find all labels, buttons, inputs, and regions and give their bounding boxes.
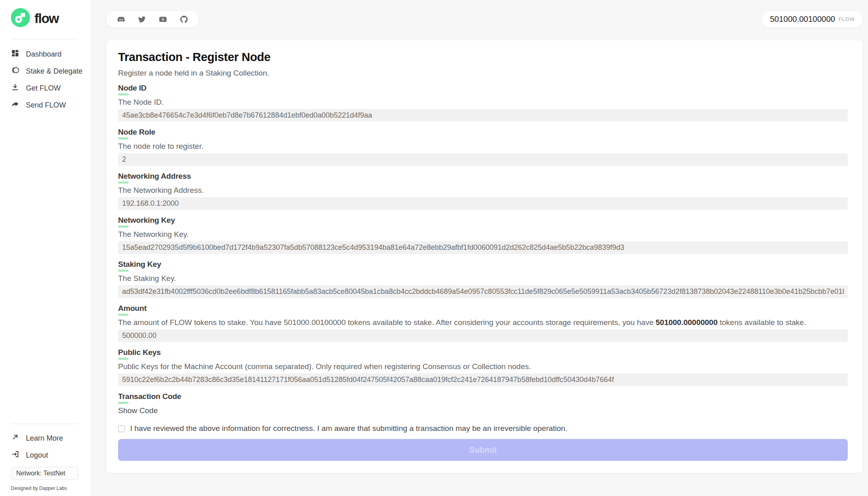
divider [11, 424, 78, 424]
page-subtitle: Register a node held in a Staking Collec… [118, 69, 848, 78]
divider [11, 39, 78, 39]
sidebar-item-stake-delegate[interactable]: Stake & Delegate [0, 63, 91, 80]
download-icon [11, 83, 19, 93]
amount-description-post: tokens available to stake. [718, 318, 806, 327]
field-description: The amount of FLOW tokens to stake. You … [118, 318, 848, 327]
sidebar-item-send-flow[interactable]: Send FLOW [0, 97, 91, 114]
amount-description-pre: The amount of FLOW tokens to stake. You … [118, 318, 656, 327]
confirmation-row: I have reviewed the above information fo… [118, 424, 848, 433]
twitter-icon[interactable] [137, 15, 146, 24]
field-description: Public Keys for the Machine Account (com… [118, 362, 848, 371]
field-label: Public Keys [118, 348, 848, 357]
dashboard-icon [11, 49, 19, 59]
amount-input[interactable] [118, 329, 848, 342]
amount-description-bold: 501000.00000000 [656, 318, 718, 327]
sidebar-item-learn-more[interactable]: Learn More [0, 430, 91, 447]
flow-logo-icon [11, 8, 30, 29]
field-description: The Networking Address. [118, 186, 848, 194]
transaction-card: Transaction - Register Node Register a n… [106, 40, 863, 473]
field-networking-key: Networking Key The Networking Key. [118, 216, 848, 254]
sidebar-item-dashboard[interactable]: Dashboard [0, 46, 91, 63]
label-underline [118, 93, 129, 95]
field-label: Staking Key [118, 260, 848, 268]
main-content: 501000.00100000 FLOW Transaction - Regis… [91, 0, 868, 496]
label-underline [118, 402, 129, 404]
networking-key-input[interactable] [118, 241, 848, 254]
logout-icon [11, 450, 19, 460]
topbar: 501000.00100000 FLOW [106, 11, 863, 28]
staking-key-input[interactable] [118, 285, 848, 298]
show-code-toggle[interactable]: Show Code [118, 406, 158, 415]
sidebar: flow Dashboard Stake & Delegate [0, 0, 91, 496]
label-underline [118, 270, 129, 272]
label-underline [118, 226, 129, 228]
networking-address-input[interactable] [118, 197, 848, 210]
label-underline [118, 137, 129, 139]
github-icon[interactable] [180, 15, 188, 24]
balance-currency: FLOW [838, 16, 855, 22]
node-id-input[interactable] [118, 109, 848, 122]
section-transaction-code: Transaction Code Show Code [118, 392, 848, 415]
field-description: The Node ID. [118, 98, 848, 106]
spacer [0, 114, 91, 424]
field-label: Node ID [118, 84, 848, 92]
field-amount: Amount The amount of FLOW tokens to stak… [118, 304, 848, 342]
field-node-id: Node ID The Node ID. [118, 84, 848, 122]
sidebar-item-label: Logout [26, 451, 48, 460]
youtube-icon[interactable] [158, 15, 167, 24]
stake-delegate-icon [11, 66, 19, 76]
sidebar-item-label: Stake & Delegate [26, 67, 82, 76]
flow-logo[interactable]: flow [0, 8, 91, 29]
label-underline [118, 358, 129, 360]
field-label: Node Role [118, 128, 848, 136]
external-link-icon [11, 433, 19, 443]
balance-pill: 501000.00100000 FLOW [761, 11, 863, 28]
network-badge: Network: TestNet [11, 467, 78, 480]
public-keys-input[interactable] [118, 374, 848, 386]
node-role-input[interactable] [118, 153, 848, 166]
credit-text: Designed by Dapper Labs [11, 485, 91, 491]
field-description: The node role to register. [118, 142, 848, 150]
sidebar-item-get-flow[interactable]: Get FLOW [0, 80, 91, 97]
sidebar-item-label: Send FLOW [26, 101, 66, 110]
confirmation-checkbox[interactable] [118, 425, 125, 432]
field-public-keys: Public Keys Public Keys for the Machine … [118, 348, 848, 386]
label-underline [118, 314, 129, 316]
field-node-role: Node Role The node role to register. [118, 128, 848, 166]
field-networking-address: Networking Address The Networking Addres… [118, 172, 848, 210]
submit-button[interactable]: Submit [118, 439, 848, 461]
field-staking-key: Staking Key The Staking Key. [118, 260, 848, 298]
field-description: The Staking Key. [118, 274, 848, 283]
send-icon [11, 100, 19, 110]
page-title: Transaction - Register Node [118, 51, 848, 64]
flow-wordmark: flow [34, 11, 59, 26]
label-underline [118, 182, 129, 184]
social-links [106, 11, 199, 28]
discord-icon[interactable] [117, 15, 125, 23]
field-label: Amount [118, 304, 848, 312]
sidebar-item-label: Get FLOW [26, 84, 61, 93]
confirmation-label: I have reviewed the above information fo… [130, 424, 567, 433]
field-label: Networking Key [118, 216, 848, 224]
sidebar-item-label: Dashboard [26, 50, 61, 59]
field-description: The Networking Key. [118, 230, 848, 239]
sidebar-item-label: Learn More [26, 434, 63, 443]
sidebar-item-logout[interactable]: Logout [0, 447, 91, 464]
balance-amount: 501000.00100000 [770, 15, 835, 24]
field-label: Networking Address [118, 172, 848, 180]
field-label: Transaction Code [118, 392, 848, 401]
